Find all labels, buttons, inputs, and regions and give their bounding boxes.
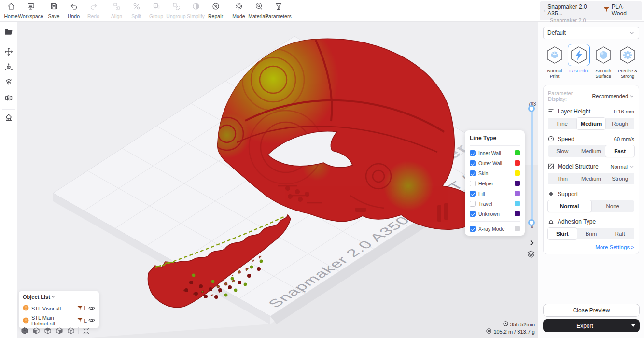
top-view-button[interactable] (43, 326, 52, 335)
align-label: Align (111, 14, 122, 19)
unknown-checkbox[interactable] (470, 211, 476, 217)
fit-view-button[interactable] (82, 326, 90, 335)
speed-icon (548, 136, 554, 142)
option-fast[interactable]: Fast (605, 145, 634, 157)
option-none[interactable]: None (591, 200, 635, 212)
move-tool-button[interactable] (1, 45, 16, 60)
visibility-eye-icon[interactable] (88, 317, 95, 324)
isometric-view-button[interactable] (20, 326, 29, 335)
skin-checkbox[interactable] (470, 170, 476, 176)
model-structure-dropdown[interactable]: Normal (611, 164, 634, 169)
repair-button[interactable]: Repair (206, 0, 225, 21)
close-preview-button[interactable]: Close Preview (543, 304, 640, 317)
right-view-button[interactable] (67, 326, 75, 335)
filament-icon (603, 6, 609, 14)
layer-slider-track[interactable] (531, 109, 533, 223)
option-skirt[interactable]: Skirt (548, 228, 577, 239)
collapse-chevron-icon[interactable]: ‹ (544, 8, 545, 13)
save-icon (50, 2, 58, 13)
mode-button[interactable]: Mode (229, 0, 249, 21)
mirror-tool-button[interactable] (1, 92, 16, 106)
print-stats: 35h 52min 105.2 m / 313.7 g (486, 321, 535, 336)
visibility-eye-icon[interactable] (88, 305, 95, 312)
option-slow[interactable]: Slow (548, 145, 577, 157)
save-button[interactable]: Save (44, 0, 64, 21)
workspace-button[interactable]: Workspace (21, 0, 41, 21)
export-button[interactable]: Export (543, 319, 640, 332)
skin-swatch (515, 170, 520, 176)
preset-profile-select[interactable]: Default (543, 27, 639, 39)
align-icon (112, 2, 121, 13)
undo-button[interactable]: Undo (64, 0, 84, 21)
export-dropdown-button[interactable] (627, 324, 640, 327)
line-type-row: X-ray Mode (470, 225, 520, 232)
repair-icon (211, 2, 220, 13)
support-tool-button[interactable] (1, 112, 16, 126)
xray-mode-checkbox[interactable] (470, 226, 476, 232)
layers-view-icon[interactable] (527, 250, 535, 260)
layer-height-segmented: Fine Medium Rough (548, 118, 634, 129)
move-icon (4, 47, 14, 58)
option-brim[interactable]: Brim (577, 228, 606, 239)
speed-segmented: Slow Medium Fast (548, 145, 634, 157)
inner-wall-checkbox[interactable] (470, 150, 476, 156)
simplify-button[interactable]: Simplify (186, 0, 206, 21)
open-file-button[interactable] (1, 26, 16, 40)
filament-spool-icon (486, 328, 491, 336)
preset-precise-strong[interactable]: Precise & Strong (616, 44, 640, 79)
option-medium[interactable]: Medium (577, 118, 606, 129)
helper-checkbox[interactable] (470, 181, 476, 186)
machine-name: Snapmaker 2.0 A35... (547, 3, 601, 17)
left-view-button[interactable] (55, 326, 64, 335)
machine-selector[interactable]: ‹ Snapmaker 2.0 A35... PLA-Wood Snapmake… (540, 1, 642, 20)
group-button[interactable]: Group (146, 0, 166, 21)
cube-hex-icon (544, 44, 566, 66)
helper-label: Helper (478, 181, 493, 186)
outer-wall-checkbox[interactable] (470, 160, 476, 166)
more-settings-link[interactable]: More Settings > (548, 244, 634, 250)
layer-slider-top-handle[interactable] (528, 105, 535, 112)
option-strong[interactable]: Strong (605, 173, 634, 184)
option-rough[interactable]: Rough (605, 118, 634, 129)
parameters-button[interactable]: Parameters (268, 0, 288, 21)
option-fine[interactable]: Fine (548, 118, 577, 129)
model-structure-value: Normal (611, 164, 628, 169)
redo-button[interactable]: Redo (84, 0, 103, 21)
toolbar-separator (42, 4, 42, 17)
rotate-tool-button[interactable] (1, 76, 16, 91)
preset-smooth-surface[interactable]: Smooth Surface (592, 44, 615, 79)
split-button[interactable]: Split (126, 0, 146, 21)
layer-height-icon (548, 108, 554, 114)
collapse-panel-chevron-icon[interactable] (528, 239, 535, 249)
preset-normal-print[interactable]: Normal Print (543, 44, 566, 79)
adhesion-type-row: Adhesion Type (548, 218, 634, 225)
object-list-header[interactable]: Object List (19, 291, 99, 303)
viewport-3d[interactable]: snapmaker Snapmaker 2.0 A350 / A350T / F… (17, 22, 538, 338)
option-thin[interactable]: Thin (548, 173, 577, 184)
option-medium[interactable]: Medium (577, 173, 606, 184)
chevron-down-icon[interactable] (50, 294, 56, 300)
option-medium[interactable]: Medium (577, 145, 606, 157)
object-list-item-helmet[interactable]: STL Main Helmet.stl L (19, 313, 99, 328)
scale-tool-button[interactable] (1, 61, 16, 75)
support-row: Support (548, 191, 634, 197)
skin-label: Skin (478, 170, 488, 176)
fill-checkbox[interactable] (470, 191, 476, 197)
preset-fast-print[interactable]: Fast Print (568, 44, 591, 79)
object-list-item-visor[interactable]: STL Visor.stl L (19, 303, 99, 313)
front-view-button[interactable] (32, 326, 41, 335)
warning-icon (23, 305, 29, 312)
layer-range-slider: 703 0 (523, 101, 538, 229)
time-icon (503, 321, 508, 328)
preset-profile-value: Default (547, 29, 566, 36)
parameter-display-dropdown[interactable]: Recommended (592, 93, 634, 99)
travel-checkbox[interactable] (470, 201, 476, 207)
ungroup-button[interactable]: Ungroup (166, 0, 186, 21)
option-raft[interactable]: Raft (605, 228, 634, 239)
unknown-swatch (515, 211, 520, 216)
inner-wall-swatch (515, 150, 520, 155)
option-normal[interactable]: Normal (548, 200, 591, 212)
model-structure-row: Model Structure Normal (548, 163, 634, 170)
layer-slider-bottom-handle[interactable] (528, 219, 535, 226)
align-button[interactable]: Align (107, 0, 126, 21)
